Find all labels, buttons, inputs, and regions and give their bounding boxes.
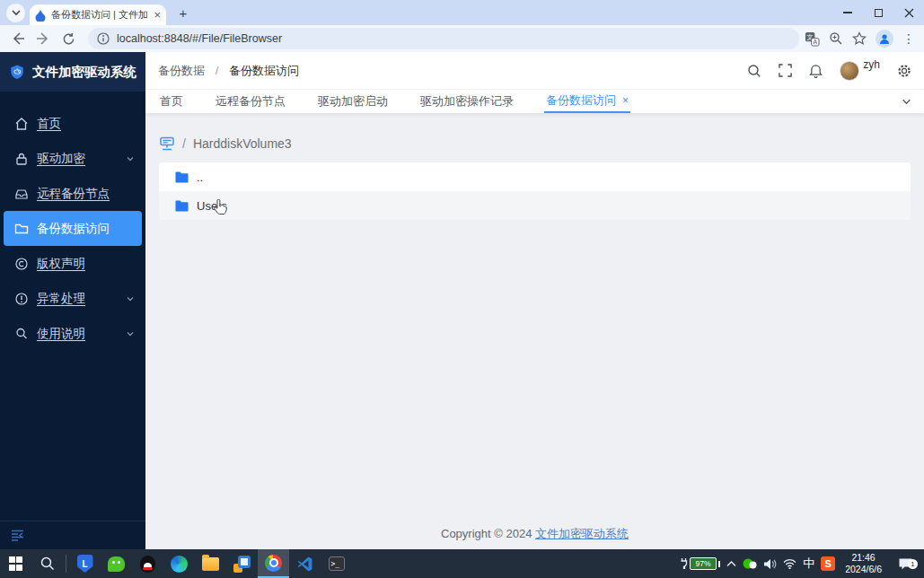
app-shield-logo-icon (9, 61, 25, 83)
browser-menu-kebab-icon[interactable]: ⋮ (902, 31, 915, 46)
battery-percent: 97% (696, 559, 711, 568)
file-row-parent[interactable]: .. (159, 162, 911, 191)
zoom-icon[interactable] (829, 31, 843, 46)
view-tab-home[interactable]: 首页 (158, 90, 185, 113)
tray-expand-chevron-icon[interactable] (726, 560, 736, 567)
view-tab-drive-encrypt-log[interactable]: 驱动加密操作记录 (418, 90, 515, 113)
toolbar-actions: 文A ⋮ (805, 30, 915, 48)
new-tab-button[interactable]: + (173, 3, 193, 22)
action-center-button[interactable]: 1 (892, 557, 919, 571)
sidebar-item-backup-data-access[interactable]: 备份数据访问 (4, 211, 142, 246)
start-button[interactable] (0, 549, 31, 578)
search-icon[interactable] (747, 64, 761, 78)
wifi-icon[interactable] (783, 558, 796, 569)
sidebar-item-exception-handling[interactable]: 异常处理 (0, 281, 145, 316)
collapse-menu-icon[interactable] (11, 530, 24, 541)
app-logo-bar: 文件加密驱动系统 (0, 52, 145, 92)
notification-badge: 1 (908, 559, 918, 569)
user-menu[interactable]: zyh (840, 61, 880, 81)
address-bar[interactable]: localhost:8848/#/File/FileBrowser (88, 28, 799, 49)
taskbar-app-vmware[interactable] (226, 549, 258, 578)
tab-overflow-chevron-icon[interactable] (889, 90, 924, 113)
file-name: .. (197, 171, 203, 184)
breadcrumb-current: 备份数据访问 (229, 64, 299, 77)
taskbar-app-file-explorer[interactable] (195, 549, 226, 578)
tab-close-icon[interactable]: × (154, 9, 161, 21)
chrome-icon (265, 555, 282, 572)
taskbar-search-button[interactable] (31, 549, 63, 578)
chevron-down-icon (126, 154, 135, 163)
content-area: / HarddiskVolume3 .. Users Copyright © 2… (145, 113, 924, 549)
battery-indicator[interactable]: 97% (680, 557, 720, 570)
sidebar-item-usage-guide[interactable]: 使用说明 (0, 316, 145, 351)
power-plug-icon (680, 557, 688, 570)
back-button[interactable] (7, 28, 29, 49)
sidebar-item-remote-backup-node[interactable]: 远程备份节点 (0, 176, 145, 211)
app-title: 文件加密驱动系统 (32, 64, 136, 81)
path-separator: / (182, 136, 186, 151)
taskbar-app-chrome[interactable] (258, 549, 289, 578)
input-method-indicator[interactable]: 中 (803, 556, 814, 572)
browser-tabstrip: 备份数据访问 | 文件加密驱动系 × + (0, 0, 924, 25)
vmware-icon (233, 556, 251, 573)
url-text: localhost:8848/#/File/FileBrowser (117, 32, 282, 45)
windows-taskbar: L >_ 97% 中 S 21:46 2024/6/6 1 (0, 549, 924, 578)
browser-tab-title: 备份数据访问 | 文件加密驱动系 (51, 8, 148, 22)
fullscreen-icon[interactable] (779, 64, 792, 77)
breadcrumb-root[interactable]: 备份数据 (158, 64, 205, 77)
view-tab-backup-data-access[interactable]: 备份数据访问 × (544, 90, 630, 113)
view-tab-remote-backup-node[interactable]: 远程备份节点 (214, 90, 287, 113)
copyright-footer: Copyright © 2024 文件加密驱动系统 (145, 526, 924, 542)
sidebar-menu: 首页 驱动加密 远程备份节点 备份数据访问 版权声明 异常处理 (0, 92, 145, 521)
wechat-tray-icon[interactable] (743, 558, 757, 569)
volume-icon[interactable] (763, 558, 777, 570)
taskbar-divider (66, 555, 66, 573)
sogou-ime-icon[interactable]: S (821, 556, 835, 571)
sidebar: 文件加密驱动系统 首页 驱动加密 远程备份节点 备份数据访问 版权 (0, 52, 145, 549)
taskbar-app-terminal[interactable]: >_ (321, 549, 352, 578)
qq-icon (140, 556, 155, 573)
minimize-icon (843, 12, 852, 13)
username: zyh (863, 58, 880, 71)
terminal-icon: >_ (329, 556, 345, 571)
browser-tab[interactable]: 备份数据访问 | 文件加密驱动系 × (30, 4, 166, 25)
warning-circle-icon (14, 292, 29, 306)
taskbar-clock[interactable]: 21:46 2024/6/6 (841, 552, 885, 575)
computer-root-icon[interactable] (159, 136, 175, 151)
close-icon (904, 8, 914, 18)
translate-icon[interactable]: 文A (805, 31, 820, 47)
clock-time: 21:46 (845, 552, 882, 564)
file-explorer-icon (202, 557, 219, 571)
taskbar-app-edge[interactable] (163, 549, 195, 578)
taskbar-app-pc-manager[interactable]: L (69, 549, 101, 578)
folder-icon (175, 171, 189, 184)
taskbar-app-qq[interactable] (132, 549, 163, 578)
taskbar-app-vscode[interactable] (289, 549, 321, 578)
browser-profile-avatar[interactable] (876, 30, 893, 48)
user-avatar (840, 61, 859, 81)
favicon-drop-icon (35, 9, 46, 22)
sidebar-item-drive-encrypt[interactable]: 驱动加密 (0, 141, 145, 176)
reload-button[interactable] (57, 28, 79, 49)
window-close-button[interactable] (893, 0, 924, 25)
taskbar-app-wechat[interactable] (101, 549, 132, 578)
window-minimize-button[interactable] (832, 0, 863, 25)
bell-icon[interactable] (809, 64, 823, 78)
bookmark-star-icon[interactable] (852, 31, 867, 46)
footer-app-link[interactable]: 文件加密驱动系统 (535, 527, 629, 540)
folder-icon (14, 222, 29, 236)
sidebar-item-copyright[interactable]: 版权声明 (0, 246, 145, 281)
forward-button[interactable] (32, 28, 54, 49)
window-maximize-button[interactable] (863, 0, 893, 25)
tab-search-button[interactable] (6, 4, 25, 22)
tab-close-icon[interactable]: × (622, 94, 629, 107)
file-row-users[interactable]: Users (159, 191, 911, 220)
magnifier-icon (14, 327, 29, 341)
sidebar-item-home[interactable]: 首页 (0, 106, 145, 141)
site-info-icon[interactable] (97, 32, 110, 45)
backup-node-icon (14, 187, 29, 201)
view-tab-drive-encrypt-start[interactable]: 驱动加密启动 (316, 90, 390, 113)
gear-icon[interactable] (897, 64, 911, 78)
wechat-icon (108, 556, 125, 572)
windows-logo-icon (9, 556, 23, 571)
